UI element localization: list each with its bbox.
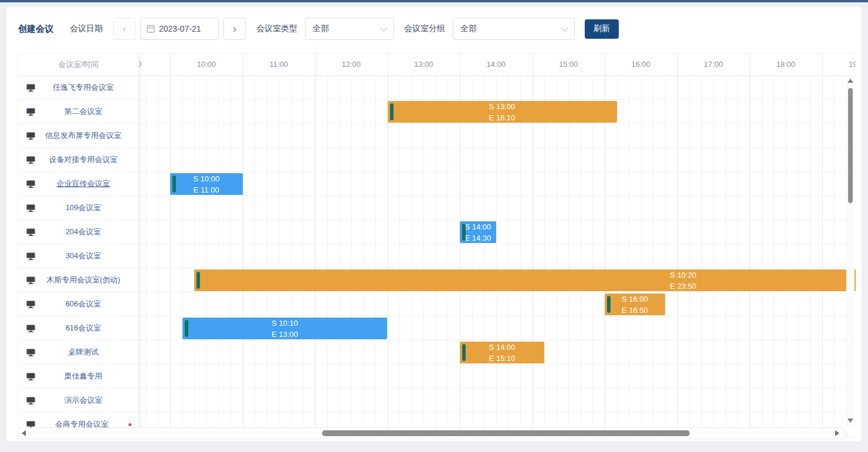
meeting-bar[interactable]: S 14:00E 14:30 [460, 221, 496, 243]
room-name-link[interactable]: 木斯专用会议室(勿动) [35, 275, 131, 285]
room-row: 第二会议室 [18, 100, 138, 124]
room-name-link[interactable]: 桌牌测试 [35, 347, 131, 357]
bar-resize-handle[interactable] [607, 296, 611, 313]
bar-start-time: S 14:00 [460, 342, 544, 353]
room-name-link[interactable]: 信息发布屏专用会议室 [35, 130, 131, 141]
prev-day-button[interactable]: ‹ [113, 18, 135, 40]
refresh-button[interactable]: 刷新 [585, 19, 619, 39]
bar-resize-handle[interactable] [462, 344, 466, 361]
rows-layer: S 13:00E 16:10S 10:00E 11:00S 14:00E 14:… [18, 76, 856, 440]
hour-divider-line [460, 53, 460, 75]
meeting-bar[interactable]: S 10:00E 11:00 [170, 173, 243, 195]
bar-resize-handle[interactable] [462, 224, 466, 241]
scroll-down-icon[interactable] [847, 419, 853, 423]
room-row: 304会议室 [18, 244, 138, 268]
room-row: 企业宣传会议室 [18, 172, 138, 196]
vertical-scroll-thumb[interactable] [848, 88, 853, 203]
chevron-right-icon: › [233, 23, 236, 34]
room-name-link[interactable]: 第二会议室 [35, 106, 131, 117]
monitor-icon [26, 301, 35, 308]
timeline-row [18, 76, 856, 100]
scroll-up-icon[interactable] [847, 79, 853, 83]
time-header-label: 12:00 [315, 53, 388, 76]
gantt-scheduler: 9:0010:0011:0012:0013:0014:0015:0016:001… [18, 53, 856, 440]
horizontal-scrollbar[interactable] [18, 427, 845, 439]
monitor-icon [26, 132, 35, 140]
next-day-button[interactable]: › [223, 18, 246, 40]
bar-resize-handle[interactable] [185, 320, 188, 337]
room-row: 栗佳鑫专用 [18, 365, 138, 389]
room-row: 设备对接专用会议室 [18, 148, 138, 172]
hour-divider-line [822, 53, 823, 75]
scroll-right-icon[interactable] [835, 430, 839, 436]
room-row: 桌牌测试 [18, 340, 138, 365]
bar-end-time: E 23:50 [194, 281, 856, 292]
room-name-link[interactable]: 设备对接专用会议室 [35, 154, 131, 165]
monitor-icon [26, 373, 35, 380]
bar-end-time: E 16:50 [605, 305, 665, 316]
date-label: 会议日期 [70, 23, 103, 34]
meeting-bar[interactable]: S 10:10E 13:00 [182, 318, 388, 339]
scroll-left-icon[interactable] [22, 430, 26, 436]
bar-start-time: S 10:10 [182, 318, 388, 329]
room-name-link[interactable]: 109会议室 [35, 203, 131, 213]
timeline-row [18, 244, 856, 268]
room-name-link[interactable]: 栗佳鑫专用 [35, 371, 131, 382]
room-name-link[interactable]: 204会议室 [35, 227, 131, 237]
chevron-down-icon [561, 24, 568, 32]
horizontal-scroll-thumb[interactable] [322, 430, 690, 436]
date-value: 2023-07-21 [159, 24, 201, 33]
room-name-link[interactable]: 616会议室 [35, 323, 131, 333]
monitor-icon [26, 397, 35, 404]
room-row: 木斯专用会议室(勿动) [18, 268, 138, 292]
time-header-label: 18:00 [750, 53, 822, 76]
room-type-select[interactable]: 全部 [305, 18, 394, 40]
time-header-label: 19:00 [822, 53, 856, 76]
room-type-value: 全部 [313, 23, 329, 34]
bar-resize-handle[interactable] [390, 103, 394, 120]
create-meeting-button[interactable]: 创建会议 [18, 23, 53, 35]
room-group-select[interactable]: 全部 [453, 18, 575, 40]
meeting-bar[interactable]: S 16:00E 16:50 [605, 294, 665, 315]
room-name-link[interactable]: 任逸飞专用会议室 [35, 82, 131, 93]
room-group-label: 会议室分组 [404, 23, 445, 34]
room-name-link[interactable]: 企业宣传会议室 [35, 178, 131, 189]
bar-resize-handle[interactable] [172, 176, 176, 193]
hour-divider-line [315, 53, 316, 75]
meeting-bar[interactable]: S 13:00E 16:10 [388, 101, 617, 123]
room-name-link[interactable]: 606会议室 [35, 299, 131, 309]
bar-start-time: S 10:20 [194, 269, 856, 281]
timeline-row [18, 292, 856, 316]
date-input[interactable]: 2023-07-21 [140, 18, 219, 40]
monitor-icon [26, 325, 35, 332]
hour-divider-line [243, 53, 243, 75]
room-row: 演示会议室 [18, 389, 138, 413]
monitor-icon [26, 180, 35, 188]
top-accent-line [0, 0, 868, 2]
monitor-icon [26, 252, 35, 260]
time-header-label: 17:00 [677, 53, 750, 76]
room-row: 109会议室 [18, 196, 138, 220]
meeting-bar[interactable]: S 14:00E 15:10 [460, 342, 544, 363]
time-header-label: 10:00 [170, 53, 243, 76]
hour-divider-line [388, 53, 388, 75]
hour-divider-line [533, 53, 533, 75]
room-name-link[interactable]: 304会议室 [35, 251, 131, 261]
meeting-bar[interactable]: S 10:20E 23:50 [194, 269, 856, 291]
bar-end-time: E 11:00 [170, 184, 243, 195]
bar-resize-handle[interactable] [196, 272, 200, 289]
monitor-icon [26, 84, 35, 92]
room-name-link[interactable]: 演示会议室 [35, 395, 131, 406]
time-header: 9:0010:0011:0012:0013:0014:0015:0016:001… [18, 53, 856, 76]
vertical-scrollbar[interactable] [846, 75, 855, 426]
room-row: 204会议室 [18, 220, 138, 244]
timeline-row [18, 124, 856, 148]
room-row: 606会议室 [18, 292, 138, 316]
bar-start-time: S 10:00 [170, 173, 243, 184]
timeline-row [18, 365, 856, 389]
timeline-row [18, 340, 856, 365]
room-row: 616会议室 [18, 316, 138, 340]
bar-start-time: S 13:00 [388, 101, 617, 112]
room-column: 会议室/时间 任逸飞专用会议室第二会议室信息发布屏专用会议室设备对接专用会议室企… [18, 53, 139, 440]
timeline-row [18, 148, 856, 172]
